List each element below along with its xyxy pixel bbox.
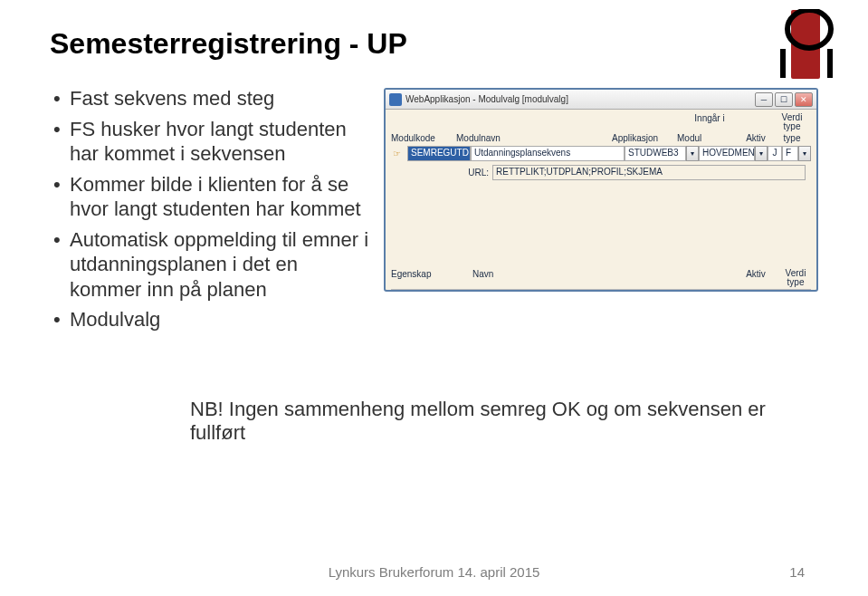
group-header: Inngår i: [646, 113, 773, 131]
column-header-verdi-type: Verdi type: [773, 113, 811, 131]
bullet-item: Kommer bilde i klienten for å se hvor la…: [53, 172, 375, 222]
svg-rect-3: [827, 49, 833, 78]
separator: [391, 289, 811, 290]
bullet-item: FS husker hvor langt studenten har komme…: [53, 117, 375, 167]
field-aktiv[interactable]: J: [768, 146, 782, 161]
bullet-item: Fast sekvens med steg: [53, 86, 375, 111]
column-header-egenskap: Egenskap: [391, 269, 472, 287]
bullet-list: Fast sekvens med steg FS husker hvor lan…: [50, 86, 375, 338]
column-header-applikasjon: Applikasjon: [612, 133, 677, 143]
close-button[interactable]: ✕: [795, 92, 813, 107]
footer-text: Lynkurs Brukerforum 14. april 2015: [0, 564, 868, 580]
maximize-button[interactable]: ☐: [775, 92, 793, 107]
bullet-item: Automatisk oppmelding til emner i utdann…: [53, 227, 375, 303]
svg-rect-2: [780, 49, 786, 78]
column-header-type: type: [773, 133, 811, 143]
minimize-button[interactable]: ─: [755, 92, 773, 107]
window-titlebar: WebApplikasjon - Modulvalg [modulvalg] ─…: [386, 90, 816, 110]
field-modulnavn[interactable]: Utdanningsplansekvens: [471, 146, 625, 161]
url-label: URL:: [454, 168, 489, 178]
dropdown-icon[interactable]: ▾: [686, 146, 699, 161]
dropdown-icon[interactable]: ▾: [755, 146, 768, 161]
column-header-modulnavn: Modulnavn: [456, 133, 612, 143]
app-window: WebApplikasjon - Modulvalg [modulvalg] ─…: [384, 88, 818, 292]
window-title: WebApplikasjon - Modulvalg [modulvalg]: [405, 94, 751, 104]
field-verdi-type[interactable]: F: [782, 146, 798, 161]
column-header-modulkode: Modulkode: [391, 133, 456, 143]
column-header-aktiv-lower: Aktiv: [737, 269, 775, 287]
app-icon: [389, 93, 402, 106]
data-row[interactable]: ☞ SEMREGUTD Utdanningsplansekvens STUDWE…: [391, 145, 811, 162]
page-number: 14: [789, 564, 805, 580]
bullet-item: Modulvalg: [53, 307, 375, 332]
field-applikasjon[interactable]: STUDWEB3: [625, 146, 686, 161]
field-modulkode[interactable]: SEMREGUTD: [407, 146, 471, 161]
logo: [773, 9, 841, 80]
url-field[interactable]: RETTPLIKT;UTDPLAN;PROFIL;SKJEMA: [492, 165, 806, 180]
column-header-modul: Modul: [677, 133, 739, 143]
pointer-icon: ☞: [391, 149, 407, 159]
column-header-navn: Navn: [472, 269, 737, 287]
page-title: Semesterregistrering - UP: [50, 27, 818, 61]
note-text: NB! Ingen sammenheng mellom semreg OK og…: [190, 398, 818, 445]
field-modul[interactable]: HOVEDMENY: [699, 146, 755, 161]
column-header-verdi-type-lower: Verdi type: [775, 269, 816, 287]
dropdown-icon[interactable]: ▾: [798, 146, 811, 161]
column-header-aktiv: Aktiv: [739, 133, 773, 143]
